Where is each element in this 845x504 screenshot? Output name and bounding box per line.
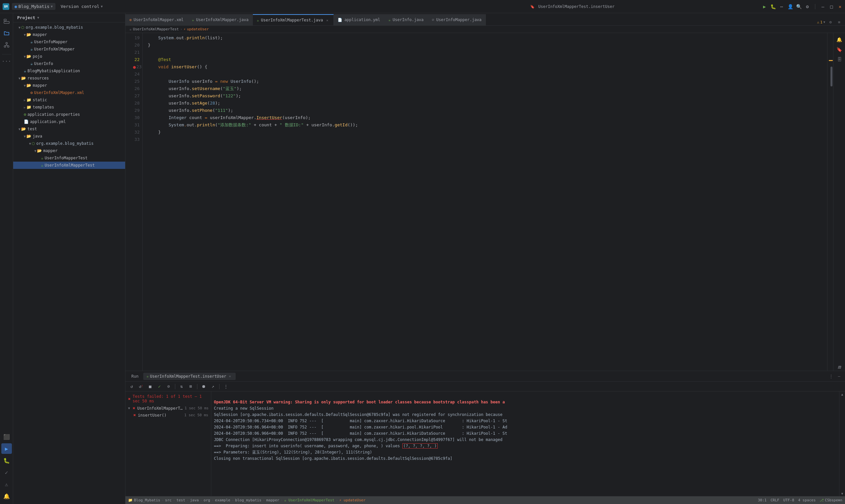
- tree-item-test[interactable]: ▼ 📂 test: [13, 125, 125, 132]
- test-item-insertuser[interactable]: ✖ insertUser() 1 sec 50 ms: [125, 412, 211, 418]
- notifications-icon[interactable]: 🔔: [835, 36, 843, 43]
- jump-to-source-button[interactable]: ↗: [209, 383, 216, 390]
- search-button[interactable]: 🔍: [796, 4, 801, 9]
- fail-icon: ✖: [128, 396, 131, 401]
- rerun-failed-button[interactable]: ↺!: [137, 383, 145, 390]
- console-scrollbar[interactable]: ▲ ▼: [839, 392, 845, 496]
- expand-all-button[interactable]: ⊞: [187, 383, 194, 390]
- show-ignored-button[interactable]: ⊘: [165, 383, 172, 390]
- bottom-tab-test[interactable]: ☕ UserInfoXmlMapperTest.insertUser ✕: [143, 373, 236, 380]
- line-19: 19: [125, 34, 142, 41]
- bottom-minimize-icon[interactable]: —: [836, 373, 842, 380]
- sidebar-notifications-icon[interactable]: 🔔: [1, 491, 12, 501]
- maximize-button[interactable]: □: [829, 4, 834, 9]
- sidebar-vcs-icon[interactable]: [1, 40, 12, 50]
- tree-item-test-org[interactable]: ▼ ⬡ org.example.blog_mybatis: [13, 140, 125, 147]
- tab-more-icon[interactable]: ≡: [836, 19, 842, 25]
- code-editor[interactable]: System.out.println(list); } @Test void i…: [143, 33, 827, 371]
- tree-item-test-java[interactable]: ▼ 📂 java: [13, 132, 125, 140]
- status-encoding[interactable]: UTF-8: [783, 498, 794, 502]
- project-tree[interactable]: ▼ ⬡ org.example.blog_mybatis ▼ 📂 mapper …: [13, 22, 125, 504]
- tree-item-pojo[interactable]: ▼ 📂 pojo: [13, 53, 125, 60]
- rerun-button[interactable]: ↺: [128, 383, 135, 390]
- version-control-button[interactable]: Version control ▼: [58, 3, 105, 10]
- tree-item-mapper-main[interactable]: ▼ 📂 mapper: [13, 31, 125, 38]
- tab-userinfoxmlmappertest-java[interactable]: ☕ UserInfoXmlMapperTest.java ✕: [253, 14, 334, 25]
- sort-alpha-button[interactable]: ⇅: [178, 383, 185, 390]
- record-button[interactable]: ⏺: [200, 383, 207, 390]
- status-position[interactable]: 30:1: [758, 498, 767, 502]
- tree-item-static[interactable]: ▶ 📁 static: [13, 96, 125, 104]
- tree-item-userinfomapper[interactable]: ☕ UserInfoMapper: [13, 38, 125, 46]
- test-item-suite[interactable]: ▼ ✖ UserInfoXmlMapperT… 1 sec 50 ms: [125, 405, 211, 412]
- sidebar-more-icon[interactable]: ···: [1, 56, 12, 66]
- tab-userinfoxmlmapper-xml[interactable]: ⚙ UserInfoXmlMapper.xml: [125, 14, 188, 25]
- scroll-up-button[interactable]: ▲: [840, 392, 844, 396]
- bottom-more-icon[interactable]: ⋮: [828, 373, 834, 380]
- test-results-panel: ✖ Tests failed: 1 of 1 test – 1 sec 50 m…: [125, 392, 845, 496]
- status-lineending[interactable]: CRLF: [770, 498, 779, 502]
- tab-settings-icon[interactable]: ⚙: [827, 19, 834, 25]
- run-error-indicator[interactable]: ●: [133, 63, 136, 71]
- database-icon[interactable]: 🗄: [835, 55, 843, 63]
- sidebar-debug-icon[interactable]: 🐛: [1, 455, 12, 466]
- toolbar-more-button[interactable]: ⋮: [222, 383, 229, 390]
- breadcrumb-java-icon: ☕: [129, 27, 132, 31]
- bookmarks-icon[interactable]: 🔖: [835, 46, 843, 53]
- bottom-tab-close[interactable]: ✕: [228, 374, 232, 379]
- tree-item-org-example[interactable]: ▼ ⬡ org.example.blog_mybatis: [13, 24, 125, 31]
- tree-label-pojo: pojo: [33, 54, 42, 59]
- settings-button[interactable]: ⚙: [805, 4, 810, 9]
- title-bar-left: BM ◉ Blog_Mybatis ▼ Version control ▼: [3, 3, 383, 10]
- bottom-tab-run[interactable]: Run: [128, 373, 142, 380]
- tree-item-userinfoxmlmapper-xml[interactable]: ⚙ UserInfoXmlMapper.xml: [13, 89, 125, 96]
- stop-button[interactable]: ■: [146, 383, 154, 390]
- debug-button[interactable]: 🐛: [771, 4, 775, 9]
- sidebar-project-icon[interactable]: [1, 16, 12, 26]
- user-icon[interactable]: 👤: [788, 4, 793, 9]
- warning-badge: ⚠ 1 ▼: [817, 20, 825, 24]
- tree-item-userinfoxmlmappertest[interactable]: ☕ UserInfoXmlMapperTest: [13, 162, 125, 169]
- tab-userinfo-java[interactable]: ☕ UserInfo.java: [385, 14, 428, 25]
- tree-item-application-yml[interactable]: 📄 application.yml: [13, 118, 125, 125]
- tab-userinfomapper-java[interactable]: ⊘ UserInfoMapper.java: [428, 14, 486, 25]
- tab-close-button[interactable]: ✕: [325, 18, 330, 22]
- tree-item-resources[interactable]: ▼ 📂 resources: [13, 74, 125, 82]
- run-button[interactable]: ▶: [762, 4, 767, 9]
- tree-item-userinfo[interactable]: ☕ UserInfo: [13, 60, 125, 67]
- sidebar-terminal-icon[interactable]: ⬛: [1, 431, 12, 442]
- tree-item-userinfoMappertest[interactable]: ☕ UserInfoMapperTest: [13, 155, 125, 162]
- tab-application-yml[interactable]: 📄 application.yml: [334, 14, 384, 25]
- tree-item-templates[interactable]: ▶ 📁 templates: [13, 104, 125, 111]
- tab-java-icon-1: ☕: [192, 18, 194, 22]
- right-sidebar-m-icon: m: [835, 363, 843, 371]
- tree-item-blogmybatisapp[interactable]: ☕ BlogMybatisApplication: [13, 67, 125, 74]
- breadcrumb-method: updateUser: [187, 27, 209, 31]
- tree-label-appyml: application.yml: [30, 120, 66, 124]
- sidebar-run-icon[interactable]: ▶: [1, 443, 12, 454]
- minimize-button[interactable]: —: [821, 4, 825, 9]
- line-29: 29: [125, 107, 142, 114]
- tree-item-mapper-resources[interactable]: ▼ 📂 mapper: [13, 82, 125, 89]
- tree-label-userinfo: UserInfo: [34, 61, 53, 66]
- toolbar-sep-1: [175, 384, 175, 389]
- status-encoding-label: UTF-8: [783, 498, 794, 502]
- status-org: org: [204, 498, 210, 502]
- sidebar-folder-icon[interactable]: [1, 28, 12, 38]
- close-button[interactable]: ✕: [838, 4, 842, 9]
- status-sep-2: ›: [173, 498, 175, 502]
- tree-item-application-properties[interactable]: ⚙ application.properties: [13, 111, 125, 118]
- console-line-5: 2024-04-20T20:50:06.964+08:00 INFO 752 -…: [214, 425, 507, 430]
- sidebar-todo-icon[interactable]: ✓: [1, 467, 12, 478]
- status-right: 30:1 CRLF UTF-8 4 spaces ⎇ CSbspe⊕n: [758, 498, 842, 502]
- show-passed-button[interactable]: ✓: [156, 383, 163, 390]
- sidebar-problems-icon[interactable]: ⚠: [1, 479, 12, 489]
- tab-userinfoxmlmapper-java[interactable]: ☕ UserInfoXmlMapper.java: [188, 14, 253, 25]
- tree-item-userinfoxmlmapper[interactable]: ☕ UserInfoXmlMapper: [13, 46, 125, 53]
- project-name-button[interactable]: ◉ Blog_Mybatis ▼: [12, 3, 55, 10]
- scroll-down-button[interactable]: ▼: [840, 491, 844, 496]
- tree-item-test-mapper[interactable]: ▼ 📂 mapper: [13, 147, 125, 155]
- editor-scrollbar[interactable]: [827, 33, 833, 371]
- status-indent[interactable]: 4 spaces: [798, 498, 816, 502]
- more-button[interactable]: ⋯: [779, 4, 784, 9]
